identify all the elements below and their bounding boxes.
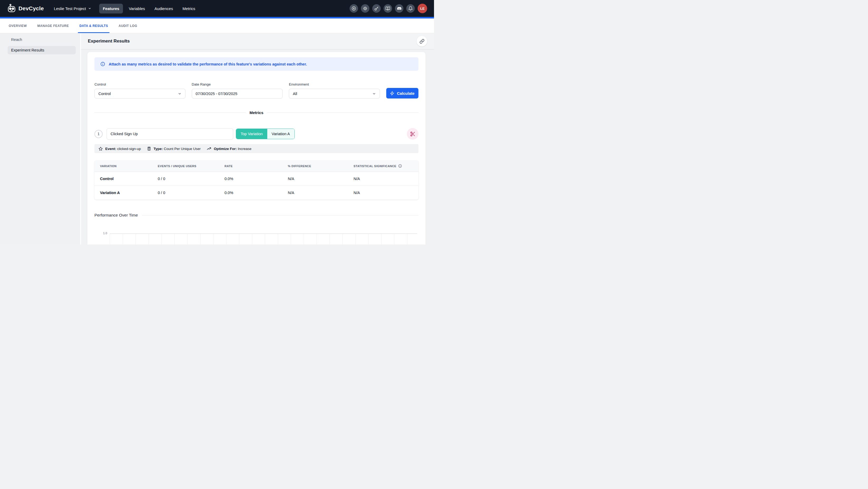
performance-chart: 1.0 0.9 [94, 221, 418, 244]
gear-icon [363, 6, 368, 11]
metrics-divider-label: Metrics [250, 110, 264, 115]
row-significance: N/A [353, 172, 418, 185]
brand-name: DevCycle [19, 5, 44, 11]
table-row: Control 0 / 0 0.0% N/A N/A [94, 172, 418, 185]
type-label: Type: [154, 147, 163, 151]
col-variation: VARIATION [94, 161, 158, 172]
col-significance: STATISTICAL SIGNIFICANCE [353, 161, 418, 172]
metric-summary-strip: Event: clicked-sign-up Type: Count Per U… [94, 144, 418, 153]
metric-row: 1 Clicked Sign Up Top Variation Variatio… [94, 128, 418, 140]
row-difference: N/A [288, 185, 353, 200]
key-icon [374, 6, 379, 11]
col-rate: RATE [224, 161, 288, 172]
performance-title: Performance Over Time [94, 213, 138, 218]
top-navbar: DevCycle Leslie Test Project Features Va… [0, 0, 434, 17]
tab-overview[interactable]: OVERVIEW [3, 19, 32, 33]
type-value: Count Per Unique User [164, 147, 201, 151]
devcycle-robot-icon [7, 4, 17, 13]
y-axis-tick: 1.0 [99, 232, 107, 235]
row-events: 0 / 0 [158, 185, 224, 200]
main-nav: Features Variables Audiences Metrics [99, 4, 199, 13]
control-select[interactable]: Control [94, 89, 185, 98]
project-selector[interactable]: Leslie Test Project [54, 6, 91, 11]
environment-label: Environment [289, 82, 380, 86]
nav-item-metrics[interactable]: Metrics [179, 4, 199, 13]
brand-logo[interactable]: DevCycle [7, 4, 44, 13]
discord-button[interactable] [395, 4, 403, 13]
info-banner: Attach as many metrics as desired to val… [94, 57, 418, 71]
nav-item-features[interactable]: Features [99, 4, 123, 13]
environment-select-value: All [293, 92, 297, 96]
table-header-row: VARIATION EVENTS / UNIQUE USERS RATE % D… [94, 161, 418, 172]
copy-link-button[interactable] [416, 36, 427, 47]
nav-item-audiences[interactable]: Audiences [151, 4, 177, 13]
optimize-value: Increase [238, 147, 251, 151]
lightning-bolt-icon [390, 91, 395, 95]
row-difference: N/A [288, 172, 353, 185]
performance-section-header: Performance Over Time [94, 213, 418, 218]
row-variation: Control [94, 172, 158, 185]
toggle-variation-a[interactable]: Variation A [267, 129, 294, 139]
row-rate: 0.0% [224, 185, 288, 200]
chevron-down-icon [88, 7, 91, 10]
calculate-button-label: Calculate [397, 91, 414, 95]
navbar-actions: LE [349, 4, 427, 13]
tab-data-results[interactable]: DATA & RESULTS [74, 19, 114, 33]
settings-button[interactable] [361, 4, 369, 13]
row-significance: N/A [353, 185, 418, 200]
tab-audit-log[interactable]: AUDIT LOG [113, 19, 143, 33]
col-difference: % DIFFERENCE [288, 161, 353, 172]
date-range-label: Date Range [192, 82, 283, 86]
star-icon [98, 147, 103, 151]
toggle-top-variation[interactable]: Top Variation [236, 129, 267, 139]
info-icon[interactable] [398, 164, 402, 168]
info-banner-text: Attach as many metrics as desired to val… [109, 62, 307, 66]
page-header: Experiment Results [81, 33, 434, 49]
date-range-input[interactable]: 07/30/2025 - 07/30/2025 [192, 89, 283, 98]
trending-up-icon [207, 146, 211, 151]
remove-metric-button[interactable] [407, 128, 418, 140]
event-label: Event: [105, 147, 116, 151]
environment-select[interactable]: All [289, 89, 380, 98]
tab-manage-feature[interactable]: MANAGE FEATURE [32, 19, 74, 33]
event-value: clicked-sign-up [117, 147, 141, 151]
project-selector-label: Leslie Test Project [54, 6, 86, 11]
sidebar-item-reach[interactable]: Reach [8, 35, 76, 44]
table-row: Variation A 0 / 0 0.0% N/A N/A [94, 185, 418, 200]
calculator-icon [147, 147, 151, 151]
filters-row: Control Control Date Range 07/30/2025 - … [94, 82, 418, 98]
date-range-value: 07/30/2025 - 07/30/2025 [196, 92, 238, 96]
control-select-value: Control [98, 92, 111, 96]
metric-select-value: Clicked Sign Up [111, 132, 138, 136]
feature-tabbar: OVERVIEW MANAGE FEATURE DATA & RESULTS A… [0, 19, 434, 33]
docs-button[interactable] [383, 4, 392, 13]
optimize-label: Optimize For: [214, 147, 237, 151]
plus-circle-icon [351, 6, 356, 11]
row-events: 0 / 0 [158, 172, 224, 185]
page-title: Experiment Results [88, 38, 130, 44]
calculate-button[interactable]: Calculate [386, 88, 418, 98]
metric-index-badge: 1 [94, 130, 103, 138]
control-label: Control [94, 82, 185, 86]
metric-select[interactable]: Clicked Sign Up [106, 128, 233, 140]
results-sidebar: Reach Experiment Results [0, 33, 80, 244]
user-avatar[interactable]: LE [417, 4, 427, 13]
sidebar-item-experiment-results[interactable]: Experiment Results [8, 46, 76, 54]
notifications-button[interactable] [406, 4, 415, 13]
chevron-down-icon [178, 92, 182, 95]
info-icon [100, 61, 105, 66]
add-button[interactable] [349, 4, 358, 13]
row-rate: 0.0% [224, 172, 288, 185]
chevron-down-icon [372, 92, 376, 95]
api-keys-button[interactable] [372, 4, 381, 13]
row-variation: Variation A [94, 185, 158, 200]
nav-item-variables[interactable]: Variables [125, 4, 149, 13]
results-table: VARIATION EVENTS / UNIQUE USERS RATE % D… [94, 161, 418, 200]
col-events: EVENTS / UNIQUE USERS [158, 161, 224, 172]
variation-toggle: Top Variation Variation A [236, 128, 295, 139]
link-icon [420, 39, 425, 44]
bell-icon [408, 6, 413, 11]
book-icon [385, 6, 390, 11]
experiment-results-card: Attach as many metrics as desired to val… [87, 52, 426, 244]
discord-icon [397, 6, 402, 11]
